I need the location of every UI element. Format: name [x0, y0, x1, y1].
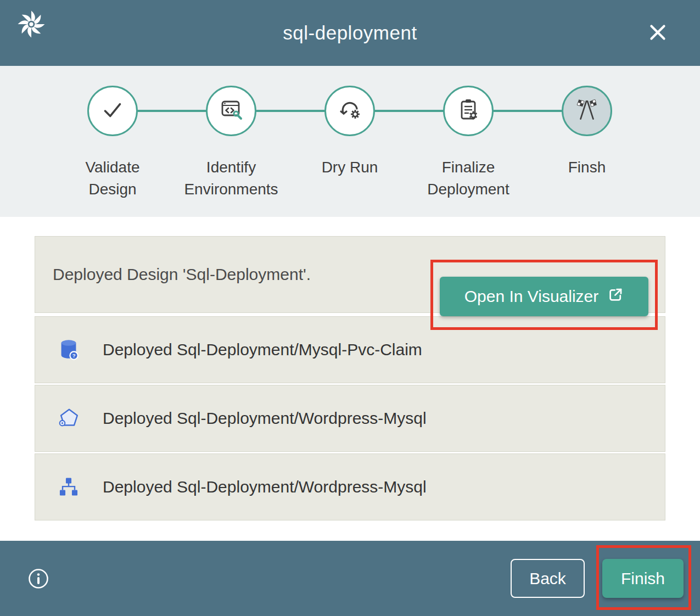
step-label-finalize-deployment: Finalize Deployment: [416, 156, 520, 200]
step-label-dry-run: Dry Run: [298, 156, 402, 178]
open-in-visualizer-button[interactable]: Open In Visualizer: [440, 277, 648, 316]
database-icon: ?: [55, 337, 82, 363]
meshery-logo-icon: [15, 8, 47, 40]
deployed-item-row: Deployed Sql-Deployment/Wordpress-Mysql: [35, 385, 665, 452]
step-dry-run[interactable]: [324, 86, 375, 136]
close-icon[interactable]: [645, 20, 670, 45]
code-window-wrench-icon: [218, 97, 244, 125]
deployed-item-text: Deployed Sql-Deployment/Mysql-Pvc-Claim: [103, 340, 422, 359]
modal-footer: Back Finish: [0, 541, 700, 616]
deploy-message: Deployed Design 'Sql-Deployment'.: [53, 237, 311, 312]
deployment-stepper: Validate Design Identify Environments Dr…: [0, 66, 700, 217]
back-button[interactable]: Back: [511, 559, 585, 598]
step-label-finish: Finsh: [535, 156, 639, 178]
deployment-results: Deployed Design 'Sql-Deployment'. Open I…: [0, 217, 700, 541]
step-validate-design[interactable]: [87, 86, 138, 136]
check-icon: [99, 96, 126, 126]
clipboard-gear-icon: [455, 97, 481, 125]
external-link-icon: [607, 287, 624, 307]
application-pentagon-icon: [55, 405, 82, 432]
step-label-identify-environments: Identify Environments: [179, 156, 283, 200]
deploy-message-row: Deployed Design 'Sql-Deployment'. Open I…: [35, 236, 665, 313]
refresh-gear-icon: [337, 97, 363, 125]
step-finish[interactable]: [562, 86, 612, 136]
info-icon[interactable]: [27, 568, 49, 590]
step-label-validate-design: Validate Design: [60, 156, 165, 200]
finish-button[interactable]: Finish: [602, 559, 684, 598]
checkered-flags-icon: [573, 96, 601, 126]
deployed-item-row: Deployed Sql-Deployment/Wordpress-Mysql: [35, 453, 665, 520]
workload-hierarchy-icon: [55, 474, 82, 500]
step-identify-environments[interactable]: [206, 86, 256, 136]
modal-title: sql-deployment: [0, 0, 700, 66]
open-in-visualizer-label: Open In Visualizer: [464, 287, 599, 306]
deployed-item-text: Deployed Sql-Deployment/Wordpress-Mysql: [103, 478, 427, 496]
svg-text:?: ?: [72, 352, 76, 359]
modal-header: sql-deployment: [0, 0, 700, 66]
deployment-modal: sql-deployment: [0, 0, 700, 616]
deployed-item-text: Deployed Sql-Deployment/Wordpress-Mysql: [103, 409, 427, 428]
step-finalize-deployment[interactable]: [443, 86, 494, 136]
